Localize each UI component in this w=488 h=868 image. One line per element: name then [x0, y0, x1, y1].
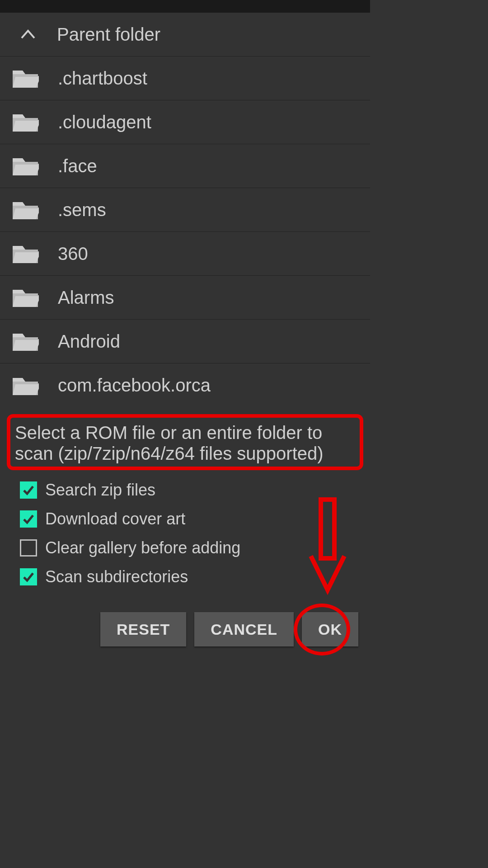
svg-marker-12 — [13, 246, 25, 250]
folder-icon — [13, 112, 39, 132]
folder-icon — [13, 156, 39, 176]
option-label: Clear gallery before adding — [45, 538, 240, 557]
ok-button[interactable]: OK — [302, 612, 358, 646]
svg-marker-5 — [13, 121, 39, 132]
folder-label: .chartboost — [58, 68, 147, 89]
folder-row[interactable]: .cloudagent — [0, 100, 370, 144]
cancel-button[interactable]: CANCEL — [194, 612, 294, 646]
folder-row[interactable]: .chartboost — [0, 57, 370, 100]
svg-marker-20 — [13, 340, 39, 351]
folder-label: .sems — [58, 200, 106, 220]
folder-label: .face — [58, 156, 97, 176]
chevron-up-icon — [18, 24, 38, 44]
folder-label: Alarms — [58, 288, 114, 308]
annotation-arrow-icon — [307, 497, 348, 597]
svg-marker-9 — [13, 202, 25, 206]
folder-label: com.facebook.orca — [58, 375, 211, 396]
svg-marker-21 — [13, 378, 25, 382]
svg-marker-0 — [13, 71, 25, 74]
folder-label: Android — [58, 331, 120, 352]
folder-row[interactable]: .sems — [0, 188, 370, 232]
folder-icon — [13, 287, 39, 308]
svg-marker-18 — [13, 334, 25, 337]
svg-marker-14 — [13, 252, 39, 263]
checkbox[interactable] — [20, 568, 37, 585]
svg-marker-3 — [13, 114, 25, 118]
folder-icon — [13, 68, 39, 89]
folder-icon — [13, 375, 39, 396]
dialog-footer: RESET CANCEL OK — [0, 612, 370, 646]
checkbox[interactable] — [20, 539, 37, 557]
svg-marker-8 — [13, 165, 39, 175]
parent-folder-row[interactable]: Parent folder — [0, 13, 370, 57]
status-bar — [0, 0, 370, 13]
folder-row[interactable]: 360 — [0, 232, 370, 276]
folder-row[interactable]: Android — [0, 320, 370, 363]
file-picker-dialog: Parent folder .chartboost.cloudagent.fac… — [0, 0, 370, 658]
option-label: Download cover art — [45, 509, 185, 528]
folder-row[interactable]: .face — [0, 144, 370, 188]
parent-folder-label: Parent folder — [57, 24, 160, 45]
svg-marker-2 — [13, 77, 39, 88]
checkbox[interactable] — [20, 481, 37, 499]
folder-icon — [13, 199, 39, 220]
instruction-text: Select a ROM file or an entire folder to… — [15, 422, 355, 464]
folder-label: .cloudagent — [58, 112, 151, 132]
svg-marker-23 — [13, 384, 39, 395]
option-label: Search zip files — [45, 481, 155, 500]
folder-label: 360 — [58, 244, 88, 264]
folder-icon — [13, 331, 39, 352]
svg-marker-6 — [13, 158, 25, 162]
svg-marker-15 — [13, 290, 25, 293]
instruction-highlight: Select a ROM file or an entire folder to… — [7, 414, 363, 470]
folder-row[interactable]: com.facebook.orca — [0, 363, 370, 407]
svg-marker-17 — [13, 296, 39, 307]
option-label: Scan subdirectories — [45, 567, 188, 586]
folder-icon — [13, 243, 39, 264]
svg-marker-11 — [13, 208, 39, 219]
folder-row[interactable]: Alarms — [0, 276, 370, 320]
checkbox[interactable] — [20, 510, 37, 528]
reset-button[interactable]: RESET — [100, 612, 186, 646]
svg-rect-24 — [321, 500, 334, 558]
